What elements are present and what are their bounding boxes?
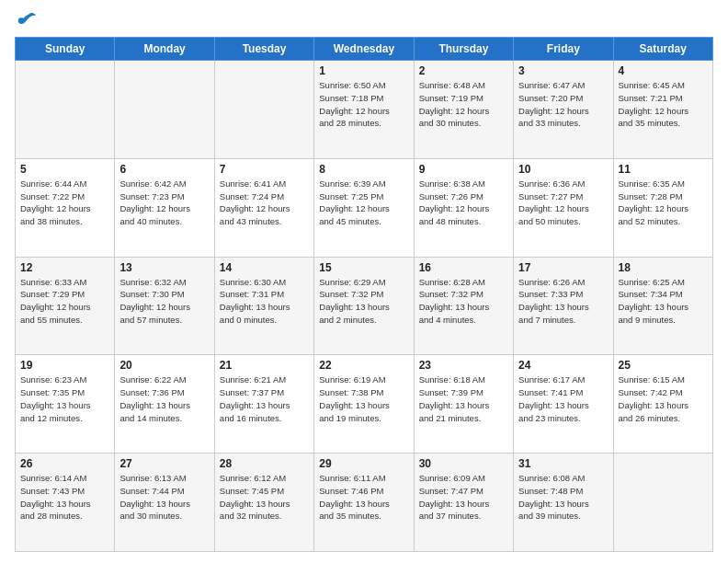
day-info: Sunrise: 6:18 AM Sunset: 7:39 PM Dayligh… bbox=[419, 373, 508, 424]
header bbox=[15, 11, 713, 29]
day-number: 18 bbox=[619, 261, 708, 274]
day-info: Sunrise: 6:36 AM Sunset: 7:27 PM Dayligh… bbox=[518, 178, 608, 228]
calendar-cell: 29Sunrise: 6:11 AM Sunset: 7:46 PM Dayli… bbox=[314, 454, 414, 552]
day-number: 16 bbox=[419, 261, 508, 274]
calendar-cell: 15Sunrise: 6:29 AM Sunset: 7:32 PM Dayli… bbox=[314, 257, 414, 355]
calendar-cell: 25Sunrise: 6:15 AM Sunset: 7:42 PM Dayli… bbox=[613, 355, 712, 454]
day-number: 2 bbox=[419, 64, 508, 77]
calendar-header-saturday: Saturday bbox=[613, 38, 712, 61]
calendar-cell: 2Sunrise: 6:48 AM Sunset: 7:19 PM Daylig… bbox=[414, 61, 513, 159]
calendar-cell: 17Sunrise: 6:26 AM Sunset: 7:33 PM Dayli… bbox=[514, 257, 613, 355]
day-info: Sunrise: 6:09 AM Sunset: 7:47 PM Dayligh… bbox=[419, 472, 508, 523]
calendar-cell: 31Sunrise: 6:08 AM Sunset: 7:48 PM Dayli… bbox=[514, 454, 613, 552]
day-info: Sunrise: 6:45 AM Sunset: 7:21 PM Dayligh… bbox=[619, 79, 708, 130]
day-number: 11 bbox=[619, 163, 708, 176]
day-info: Sunrise: 6:14 AM Sunset: 7:43 PM Dayligh… bbox=[20, 472, 109, 523]
day-info: Sunrise: 6:35 AM Sunset: 7:28 PM Dayligh… bbox=[619, 178, 708, 228]
day-number: 17 bbox=[518, 261, 608, 274]
calendar-cell: 28Sunrise: 6:12 AM Sunset: 7:45 PM Dayli… bbox=[214, 454, 313, 552]
day-number: 12 bbox=[20, 261, 109, 274]
day-info: Sunrise: 6:25 AM Sunset: 7:34 PM Dayligh… bbox=[619, 276, 708, 327]
calendar-cell: 16Sunrise: 6:28 AM Sunset: 7:32 PM Dayli… bbox=[414, 257, 513, 355]
calendar-cell bbox=[16, 61, 115, 159]
day-info: Sunrise: 6:41 AM Sunset: 7:24 PM Dayligh… bbox=[220, 178, 309, 228]
day-number: 22 bbox=[319, 359, 408, 372]
day-info: Sunrise: 6:15 AM Sunset: 7:42 PM Dayligh… bbox=[619, 373, 708, 424]
day-info: Sunrise: 6:50 AM Sunset: 7:18 PM Dayligh… bbox=[319, 79, 408, 130]
calendar-cell: 14Sunrise: 6:30 AM Sunset: 7:31 PM Dayli… bbox=[214, 257, 313, 355]
calendar-cell bbox=[115, 61, 214, 159]
calendar-cell: 5Sunrise: 6:44 AM Sunset: 7:22 PM Daylig… bbox=[16, 158, 115, 257]
day-info: Sunrise: 6:42 AM Sunset: 7:23 PM Dayligh… bbox=[119, 178, 209, 228]
calendar-header-friday: Friday bbox=[514, 38, 613, 61]
day-info: Sunrise: 6:26 AM Sunset: 7:33 PM Dayligh… bbox=[518, 276, 608, 327]
day-number: 20 bbox=[119, 359, 209, 372]
day-info: Sunrise: 6:22 AM Sunset: 7:36 PM Dayligh… bbox=[119, 373, 209, 424]
calendar-cell: 7Sunrise: 6:41 AM Sunset: 7:24 PM Daylig… bbox=[214, 158, 313, 257]
calendar-cell: 26Sunrise: 6:14 AM Sunset: 7:43 PM Dayli… bbox=[16, 454, 115, 552]
day-info: Sunrise: 6:08 AM Sunset: 7:48 PM Dayligh… bbox=[518, 472, 608, 523]
day-number: 23 bbox=[419, 359, 508, 372]
calendar-cell: 24Sunrise: 6:17 AM Sunset: 7:41 PM Dayli… bbox=[514, 355, 613, 454]
day-number: 4 bbox=[619, 64, 708, 77]
day-number: 25 bbox=[619, 359, 708, 372]
calendar-cell: 19Sunrise: 6:23 AM Sunset: 7:35 PM Dayli… bbox=[16, 355, 115, 454]
day-info: Sunrise: 6:19 AM Sunset: 7:38 PM Dayligh… bbox=[319, 373, 408, 424]
day-number: 3 bbox=[518, 64, 608, 77]
calendar-cell: 20Sunrise: 6:22 AM Sunset: 7:36 PM Dayli… bbox=[115, 355, 214, 454]
calendar-week-row: 5Sunrise: 6:44 AM Sunset: 7:22 PM Daylig… bbox=[16, 158, 713, 257]
calendar-header-sunday: Sunday bbox=[16, 38, 115, 61]
day-number: 13 bbox=[119, 261, 209, 274]
day-info: Sunrise: 6:44 AM Sunset: 7:22 PM Dayligh… bbox=[20, 178, 109, 228]
calendar-cell: 9Sunrise: 6:38 AM Sunset: 7:26 PM Daylig… bbox=[414, 158, 513, 257]
day-info: Sunrise: 6:38 AM Sunset: 7:26 PM Dayligh… bbox=[419, 178, 508, 228]
calendar-cell: 30Sunrise: 6:09 AM Sunset: 7:47 PM Dayli… bbox=[414, 454, 513, 552]
calendar-header-wednesday: Wednesday bbox=[314, 38, 414, 61]
calendar-header-monday: Monday bbox=[115, 38, 214, 61]
calendar-cell: 23Sunrise: 6:18 AM Sunset: 7:39 PM Dayli… bbox=[414, 355, 513, 454]
day-number: 30 bbox=[419, 457, 508, 470]
day-info: Sunrise: 6:47 AM Sunset: 7:20 PM Dayligh… bbox=[518, 79, 608, 130]
logo bbox=[15, 11, 37, 29]
day-number: 15 bbox=[319, 261, 408, 274]
day-info: Sunrise: 6:32 AM Sunset: 7:30 PM Dayligh… bbox=[119, 276, 209, 327]
calendar-cell bbox=[613, 454, 712, 552]
calendar-week-row: 26Sunrise: 6:14 AM Sunset: 7:43 PM Dayli… bbox=[16, 454, 713, 552]
day-info: Sunrise: 6:23 AM Sunset: 7:35 PM Dayligh… bbox=[20, 373, 109, 424]
day-info: Sunrise: 6:28 AM Sunset: 7:32 PM Dayligh… bbox=[419, 276, 508, 327]
calendar-week-row: 1Sunrise: 6:50 AM Sunset: 7:18 PM Daylig… bbox=[16, 61, 713, 159]
calendar-cell: 27Sunrise: 6:13 AM Sunset: 7:44 PM Dayli… bbox=[115, 454, 214, 552]
day-number: 9 bbox=[419, 163, 508, 176]
calendar-header-thursday: Thursday bbox=[414, 38, 513, 61]
calendar-cell: 12Sunrise: 6:33 AM Sunset: 7:29 PM Dayli… bbox=[16, 257, 115, 355]
day-info: Sunrise: 6:39 AM Sunset: 7:25 PM Dayligh… bbox=[319, 178, 408, 228]
day-info: Sunrise: 6:21 AM Sunset: 7:37 PM Dayligh… bbox=[220, 373, 309, 424]
day-info: Sunrise: 6:12 AM Sunset: 7:45 PM Dayligh… bbox=[220, 472, 309, 523]
day-number: 10 bbox=[518, 163, 608, 176]
calendar-cell: 13Sunrise: 6:32 AM Sunset: 7:30 PM Dayli… bbox=[115, 257, 214, 355]
calendar-cell: 21Sunrise: 6:21 AM Sunset: 7:37 PM Dayli… bbox=[214, 355, 313, 454]
calendar-week-row: 19Sunrise: 6:23 AM Sunset: 7:35 PM Dayli… bbox=[16, 355, 713, 454]
day-info: Sunrise: 6:17 AM Sunset: 7:41 PM Dayligh… bbox=[518, 373, 608, 424]
day-number: 7 bbox=[220, 163, 309, 176]
calendar-header-row: SundayMondayTuesdayWednesdayThursdayFrid… bbox=[16, 38, 713, 61]
page: SundayMondayTuesdayWednesdayThursdayFrid… bbox=[0, 0, 728, 563]
calendar-cell: 11Sunrise: 6:35 AM Sunset: 7:28 PM Dayli… bbox=[613, 158, 712, 257]
calendar-cell: 10Sunrise: 6:36 AM Sunset: 7:27 PM Dayli… bbox=[514, 158, 613, 257]
calendar-cell: 18Sunrise: 6:25 AM Sunset: 7:34 PM Dayli… bbox=[613, 257, 712, 355]
calendar-table: SundayMondayTuesdayWednesdayThursdayFrid… bbox=[15, 37, 713, 552]
day-number: 24 bbox=[518, 359, 608, 372]
calendar-cell: 8Sunrise: 6:39 AM Sunset: 7:25 PM Daylig… bbox=[314, 158, 414, 257]
day-info: Sunrise: 6:30 AM Sunset: 7:31 PM Dayligh… bbox=[220, 276, 309, 327]
calendar-cell: 4Sunrise: 6:45 AM Sunset: 7:21 PM Daylig… bbox=[613, 61, 712, 159]
calendar-cell: 6Sunrise: 6:42 AM Sunset: 7:23 PM Daylig… bbox=[115, 158, 214, 257]
day-number: 14 bbox=[220, 261, 309, 274]
calendar-cell bbox=[214, 61, 313, 159]
day-info: Sunrise: 6:11 AM Sunset: 7:46 PM Dayligh… bbox=[319, 472, 408, 523]
day-number: 8 bbox=[319, 163, 408, 176]
calendar-body: 1Sunrise: 6:50 AM Sunset: 7:18 PM Daylig… bbox=[16, 61, 713, 552]
day-number: 6 bbox=[119, 163, 209, 176]
day-number: 31 bbox=[518, 457, 608, 470]
calendar-cell: 1Sunrise: 6:50 AM Sunset: 7:18 PM Daylig… bbox=[314, 61, 414, 159]
day-info: Sunrise: 6:33 AM Sunset: 7:29 PM Dayligh… bbox=[20, 276, 109, 327]
